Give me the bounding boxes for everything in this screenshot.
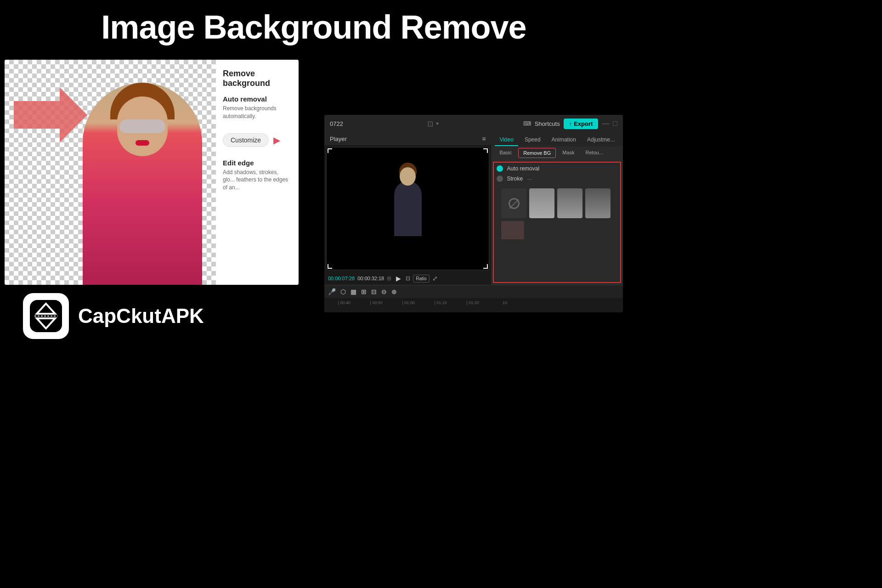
mic-icon[interactable]: 🎤 <box>328 288 336 295</box>
minimize-icon: — <box>602 119 609 128</box>
sub-tab-remove-bg[interactable]: Remove BG <box>518 148 556 158</box>
page-title: Image Background Remove <box>0 0 628 45</box>
auto-removal-label: Auto removal <box>507 165 539 172</box>
customize-button[interactable]: Customize <box>223 133 269 147</box>
player-menu-icon: ≡ <box>482 135 486 142</box>
tl-label-5: 10 <box>489 300 521 305</box>
auto-removal-text: Remove backgrounds automatically. <box>223 105 292 120</box>
thumbnail-2[interactable] <box>557 188 582 218</box>
crop-icon: ⊡ <box>406 275 410 282</box>
auto-removal-section: Auto removal Remove backgrounds automati… <box>223 95 292 120</box>
sub-tab-mask[interactable]: Mask <box>558 148 579 158</box>
corner-bl <box>328 264 332 269</box>
maximize-icon: □ <box>613 119 617 128</box>
auto-removal-row: Auto removal <box>497 165 617 172</box>
panel-title: Remove background <box>223 69 292 88</box>
chain-icon[interactable]: ⊞ <box>361 288 367 295</box>
monitor-icon: ⊡ <box>427 119 433 128</box>
capcut-id: 0722 <box>330 120 343 127</box>
thumb-figure-3 <box>585 188 611 218</box>
edit-edge-text: Add shadows, strokes, glo... feathers to… <box>223 169 292 192</box>
timeline-tools: 🎤 ⬡ ▦ ⊞ ⊟ ⊖ ⊕ <box>324 285 623 298</box>
right-screenshot: 0722 ⊡ ▾ ⌨ Shortcuts ↑ Export — □ Player… <box>324 115 623 312</box>
image-bg-area <box>5 60 216 285</box>
small-thumb-1[interactable] <box>501 221 524 239</box>
sub-tabs: Basic Remove BG Mask Retou... <box>491 146 623 160</box>
capcut-logo-svg <box>30 300 62 332</box>
auto-removal-toggle[interactable] <box>497 165 503 172</box>
tab-speed[interactable]: Speed <box>520 134 545 146</box>
person-head <box>400 167 416 186</box>
time-current: 00:00:07:28 <box>328 276 355 281</box>
upload-icon: ↑ <box>569 120 572 127</box>
remove-bg-panel: Auto removal Stroke — <box>493 162 621 283</box>
bottom-row-thumbnails <box>497 221 617 242</box>
sub-tab-retou[interactable]: Retou... <box>581 148 608 158</box>
ratio-badge[interactable]: Ratio <box>413 275 429 283</box>
tab-video[interactable]: Video <box>495 134 518 146</box>
app-icon <box>23 293 69 339</box>
no-icon <box>509 198 520 209</box>
player-controls: 00:00:07:28 00:00:32:18 ⊞ ▶ ⊡ Ratio ⤢ <box>324 272 491 285</box>
thumb-figure-2 <box>557 188 582 218</box>
timeline-labels: | 00:40 | 00:50 | 01:00 | 01:10 | 01:20 … <box>328 300 521 305</box>
player-section: Player ≡ 00:00:07:28 00:00:32:18 ⊞ ▶ <box>324 132 491 285</box>
capcut-header: 0722 ⊡ ▾ ⌨ Shortcuts ↑ Export — □ <box>324 115 623 132</box>
dropdown-icon: ▾ <box>436 120 439 127</box>
corner-tr <box>483 148 488 153</box>
fullscreen-icon: ⤢ <box>432 275 438 282</box>
edit-edge-section: Edit edge Add shadows, strokes, glo... f… <box>223 159 292 192</box>
corner-br <box>483 264 488 269</box>
tl-label-3: | 01:10 <box>424 300 457 305</box>
edit-panel: Video Speed Animation Adjustme... Basic … <box>491 132 623 285</box>
time-total: 00:00:32:18 <box>357 276 384 281</box>
tl-label-0: | 00:40 <box>328 300 360 305</box>
thumbnail-row <box>497 186 617 221</box>
plus-icon[interactable]: ⊕ <box>391 288 397 295</box>
bottom-logo: CapCkutAPK <box>23 293 204 339</box>
grid-icon: ⊞ <box>387 275 391 282</box>
stroke-toggle[interactable] <box>497 175 503 182</box>
stroke-dropdown: — <box>527 176 532 181</box>
shortcuts-icon: ⌨ <box>523 120 531 127</box>
timeline-bar: | 00:40 | 00:50 | 01:00 | 01:10 | 01:20 … <box>324 298 623 307</box>
tab-adjustment[interactable]: Adjustme... <box>582 134 619 146</box>
thumbnail-3[interactable] <box>585 188 611 218</box>
edit-edge-title: Edit edge <box>223 159 292 167</box>
link-icon[interactable]: ⬡ <box>340 288 346 295</box>
sub-tab-basic[interactable]: Basic <box>495 148 516 158</box>
tl-label-1: | 00:50 <box>360 300 392 305</box>
left-screenshot: Remove background Auto removal Remove ba… <box>5 60 299 285</box>
cursor-icon: ▶ <box>273 135 280 146</box>
film-icon[interactable]: ▦ <box>351 288 356 295</box>
tl-label-4: | 01:20 <box>457 300 489 305</box>
header-right: ⌨ Shortcuts ↑ Export — □ <box>523 119 617 129</box>
thumbnail-1[interactable] <box>529 188 554 218</box>
split-icon[interactable]: ⊟ <box>371 288 377 295</box>
shortcuts-button[interactable]: Shortcuts <box>535 120 560 127</box>
play-button[interactable]: ▶ <box>394 274 403 283</box>
export-button[interactable]: ↑ Export <box>564 119 599 129</box>
person-body <box>394 181 422 236</box>
stroke-label: Stroke <box>507 175 523 182</box>
edit-tabs: Video Speed Animation Adjustme... <box>491 132 623 146</box>
player-header: Player ≡ <box>324 132 491 145</box>
corner-tl <box>328 148 332 153</box>
app-name: CapCkutAPK <box>78 305 204 328</box>
right-info-panel: Remove background Auto removal Remove ba… <box>216 60 299 285</box>
thumb-figure-1 <box>529 188 554 218</box>
auto-removal-title: Auto removal <box>223 95 292 103</box>
tab-animation[interactable]: Animation <box>547 134 581 146</box>
capcut-body: Player ≡ 00:00:07:28 00:00:32:18 ⊞ ▶ <box>324 132 623 285</box>
thumbnail-no[interactable] <box>501 188 526 218</box>
player-video <box>326 147 489 270</box>
tl-label-2: | 01:00 <box>392 300 424 305</box>
video-person <box>394 181 422 236</box>
stroke-row: Stroke — <box>497 175 617 182</box>
player-label: Player <box>330 136 347 142</box>
delete-icon[interactable]: ⊖ <box>381 288 387 295</box>
timeline: 🎤 ⬡ ▦ ⊞ ⊟ ⊖ ⊕ | 00:40 | 00:50 | 01:00 | … <box>324 285 623 312</box>
